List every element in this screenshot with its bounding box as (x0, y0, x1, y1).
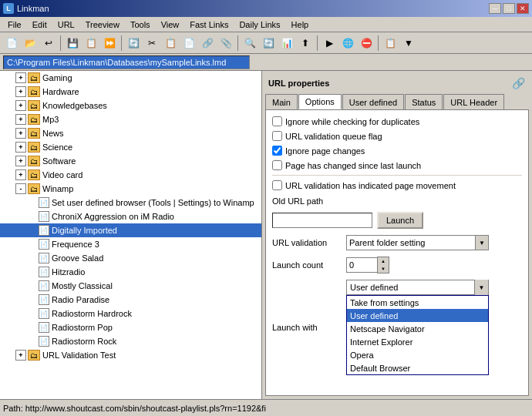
panel-header: URL properties 🔗 (265, 74, 529, 92)
tb19[interactable]: ⛔ (358, 35, 375, 52)
tree-item-17[interactable]: 📄Radiostorm Hardrock (0, 307, 261, 320)
tree-item-19[interactable]: 📄Radiostorm Rock (0, 334, 261, 348)
menu-edit[interactable]: Edit (28, 18, 52, 31)
popup-item-opera[interactable]: Opera (347, 348, 488, 361)
tb14[interactable]: 🔄 (260, 35, 277, 52)
launch-with-trigger[interactable]: User defined ▼ (346, 280, 489, 295)
tree-item-8[interactable]: -🗂Winamp (0, 182, 261, 196)
minimize-button[interactable]: ─ (489, 3, 501, 14)
tree-expander-8[interactable]: - (15, 183, 26, 194)
tab-main[interactable]: Main (265, 94, 298, 109)
maximize-button[interactable]: □ (503, 3, 515, 14)
tree-item-12[interactable]: 📄Frequence 3 (0, 237, 261, 251)
tab-options[interactable]: Options (298, 94, 342, 109)
tree-expander-6[interactable]: + (15, 156, 26, 166)
tree-expander-3[interactable]: + (15, 114, 26, 125)
launch-count-label: Launch count (272, 260, 342, 270)
launch-count-input[interactable] (346, 257, 377, 273)
tb18[interactable]: 🌐 (339, 35, 356, 52)
tb15[interactable]: 📊 (278, 35, 295, 52)
tb20[interactable]: 📋 (382, 35, 399, 52)
panel-icon-button[interactable]: 🔗 (510, 75, 526, 91)
launch-button[interactable]: Launch (377, 212, 423, 229)
tree-item-5[interactable]: +🗂Science (0, 140, 261, 154)
popup-item-ie[interactable]: Internet Explorer (347, 335, 488, 348)
launch-with-label: Launch with (272, 323, 342, 332)
tree-expander-1[interactable]: + (15, 86, 26, 97)
checkbox-movement[interactable] (272, 180, 282, 190)
popup-item-takefrom[interactable]: Take from settings (347, 296, 488, 309)
menu-dailylinks[interactable]: Daily Links (234, 18, 285, 31)
checkbox-queue[interactable] (272, 131, 282, 141)
doc-icon-15: 📄 (39, 280, 49, 291)
tree-item-6[interactable]: +🗂Software (0, 154, 261, 168)
tb5[interactable]: 📋 (82, 35, 99, 52)
menu-fastlinks[interactable]: Fast Links (185, 18, 233, 31)
popup-item-netscape[interactable]: Netscape Navigator (347, 322, 488, 335)
new-button[interactable]: 📄 (3, 35, 20, 52)
tb11[interactable]: 🔗 (199, 35, 216, 52)
checkbox-changed[interactable] (272, 160, 282, 170)
tb6[interactable]: ⏩ (101, 35, 118, 52)
status-bar: Path: http://www.shoutcast.com/sbin/shou… (0, 399, 532, 416)
tab-user-defined[interactable]: User defined (342, 94, 404, 109)
tb16[interactable]: ⬆ (297, 35, 314, 52)
spinbox-up-button[interactable]: ▲ (378, 257, 389, 265)
menu-file[interactable]: File (3, 18, 26, 31)
tree-item-3[interactable]: +🗂Mp3 (0, 112, 261, 126)
tree-expander-0[interactable]: + (15, 72, 26, 83)
tree-item-4[interactable]: +🗂News (0, 126, 261, 140)
main-content: +🗂Gaming+🗂Hardware+🗂Knowledgebases+🗂Mp3+… (0, 71, 532, 399)
menu-help[interactable]: Help (287, 18, 314, 31)
tree-item-13[interactable]: 📄Groove Salad (0, 251, 261, 265)
url-validation-select[interactable]: Parent folder setting (346, 235, 489, 250)
tree-expander-2[interactable]: + (15, 100, 26, 111)
tb3[interactable]: ↩ (40, 35, 57, 52)
tree-item-9[interactable]: 📄Set user defined browser (Tools | Setti… (0, 196, 261, 210)
launch-with-dropdown-area: User defined ▼ Take from settings User d… (346, 280, 489, 375)
tb9[interactable]: 📋 (162, 35, 179, 52)
tree-item-0[interactable]: +🗂Gaming (0, 71, 261, 85)
tree-item-15[interactable]: 📄Mostly Classical (0, 279, 261, 293)
tree-item-10[interactable]: 📄ChroniX Aggression on iM Radio (0, 210, 261, 223)
doc-icon-11: 📄 (39, 225, 49, 236)
tree-item-11[interactable]: 📄Digitally Imported (0, 223, 261, 237)
tb7[interactable]: 🔄 (125, 35, 142, 52)
menu-url[interactable]: URL (53, 18, 79, 31)
tb10[interactable]: 📄 (180, 35, 197, 52)
tb21[interactable]: ▼ (400, 35, 417, 52)
tree-expander-4[interactable]: + (15, 128, 26, 139)
tree-item-7[interactable]: +🗂Video card (0, 168, 261, 182)
tree-expander-5[interactable]: + (15, 142, 26, 153)
save-button[interactable]: 💾 (64, 35, 81, 52)
checkbox-page[interactable] (272, 146, 282, 156)
tree-item-18[interactable]: 📄Radiostorm Pop (0, 320, 261, 334)
label-page: Ignore page changes (285, 146, 365, 156)
tb12[interactable]: 📎 (217, 35, 234, 52)
open-button[interactable]: 📂 (22, 35, 39, 52)
spinbox-down-button[interactable]: ▼ (378, 265, 389, 273)
address-input[interactable] (3, 55, 250, 69)
checkbox-dup[interactable] (272, 116, 282, 126)
tree-expander-7[interactable]: + (15, 169, 26, 180)
popup-item-default[interactable]: Default Browser (347, 361, 488, 374)
tree-item-1[interactable]: +🗂Hardware (0, 85, 261, 99)
tree-item-14[interactable]: 📄Hitzradio (0, 265, 261, 279)
tree-label-1: Hardware (42, 87, 79, 96)
tab-status[interactable]: Status (405, 94, 443, 109)
tree-item-16[interactable]: 📄Radio Paradise (0, 293, 261, 307)
tree-item-2[interactable]: +🗂Knowledgebases (0, 99, 261, 112)
tb13[interactable]: 🔍 (241, 35, 258, 52)
tb8[interactable]: ✂ (143, 35, 160, 52)
doc-icon-19: 📄 (39, 336, 49, 347)
popup-item-userdefined[interactable]: User defined (347, 309, 488, 322)
old-url-input[interactable] (272, 213, 372, 228)
menu-view[interactable]: View (157, 18, 184, 31)
tree-item-20[interactable]: +🗂URL Validation Test (0, 348, 261, 362)
tb17[interactable]: ▶ (321, 35, 338, 52)
menu-treeview[interactable]: Treeview (81, 18, 124, 31)
close-button[interactable]: ✕ (517, 3, 529, 14)
tab-url-header[interactable]: URL Header (443, 94, 504, 109)
menu-tools[interactable]: Tools (126, 18, 155, 31)
tree-expander-20[interactable]: + (15, 350, 26, 361)
